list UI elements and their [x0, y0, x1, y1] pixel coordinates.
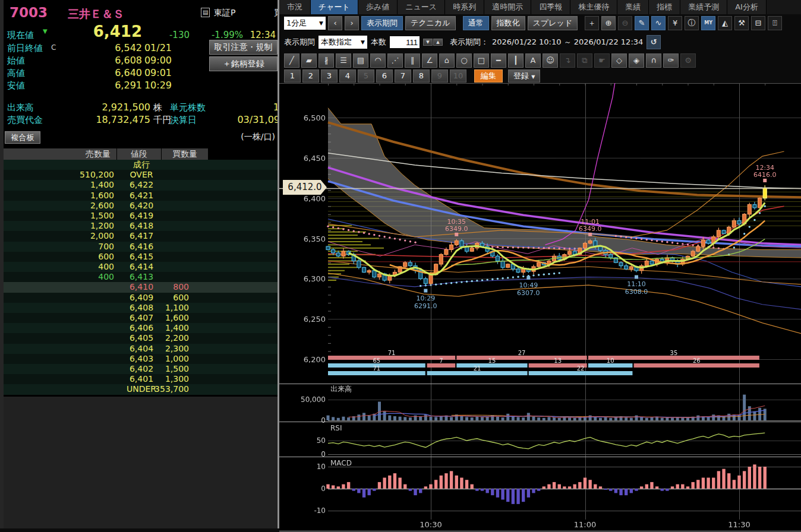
- order-book-row[interactable]: 1,6006,421: [4, 191, 277, 201]
- chart-panel: 市況チャート歩み値ニュース時系列適時開示四季報株主優待業績指標業績予測AI分析 …: [279, 0, 801, 532]
- crosshair-icon[interactable]: ＋: [585, 16, 599, 30]
- edit-button[interactable]: 編集: [474, 69, 503, 83]
- composite-board-button[interactable]: 複合板: [5, 131, 40, 144]
- tab-6[interactable]: 四季報: [531, 0, 570, 14]
- order-book-row[interactable]: 1,5006,419: [4, 211, 277, 221]
- order-book-row[interactable]: 6,4021,500: [4, 364, 277, 374]
- fan-lines-icon[interactable]: ⋰: [387, 53, 403, 68]
- tab-11[interactable]: AI分析: [727, 0, 767, 14]
- order-book-row[interactable]: 7006,416: [4, 242, 277, 252]
- rect-icon[interactable]: □: [474, 53, 489, 68]
- lock-pencil-icon[interactable]: ✑: [663, 53, 679, 68]
- trend-line-icon[interactable]: ╱: [284, 53, 299, 68]
- trade-caution-button[interactable]: 取引注意・規制: [209, 40, 277, 55]
- tab-4[interactable]: 時系列: [445, 0, 484, 14]
- order-book-row[interactable]: 6,409600: [4, 293, 277, 303]
- indexed-mode-button[interactable]: 指数化: [491, 16, 525, 30]
- count-up-button[interactable]: ▲: [433, 39, 443, 46]
- spread-mode-button[interactable]: スプレッド: [528, 16, 578, 30]
- h-lines-icon[interactable]: ☰: [336, 53, 351, 68]
- order-book-row[interactable]: 6,4061,400: [4, 323, 277, 333]
- draw-pencil-icon[interactable]: ✎: [635, 16, 649, 30]
- gann-angle-icon[interactable]: ∠: [422, 53, 437, 68]
- order-book-row[interactable]: 1,2006,418: [4, 221, 277, 231]
- display-period-button[interactable]: 表示期間: [361, 16, 403, 30]
- prev-button[interactable]: ‹: [328, 16, 342, 30]
- order-book-row[interactable]: 1,4006,422: [4, 180, 277, 190]
- h-line-icon[interactable]: ━: [491, 53, 506, 68]
- chart-set-3[interactable]: 3: [321, 69, 338, 83]
- v-lines-icon[interactable]: ∥: [405, 53, 420, 68]
- order-book-row[interactable]: 6,4011,300: [4, 374, 277, 384]
- my-indicator-icon[interactable]: MY: [701, 16, 715, 30]
- info-icon[interactable]: ⓘ: [685, 16, 699, 30]
- chart-set-1[interactable]: 1: [284, 69, 301, 83]
- tab-9[interactable]: 指標: [649, 0, 680, 14]
- order-book-row[interactable]: 6,4052,200: [4, 333, 277, 343]
- reset-period-icon[interactable]: ↺: [647, 35, 661, 49]
- order-book-row[interactable]: 6,4031,000: [4, 354, 277, 364]
- tab-7[interactable]: 株主優待: [570, 0, 617, 14]
- magnet-icon[interactable]: ∩: [646, 53, 661, 68]
- order-book-row[interactable]: 6006,415: [4, 252, 277, 262]
- eraser-text-icon[interactable]: ◈: [629, 53, 644, 68]
- chart-set-2[interactable]: 2: [302, 69, 319, 83]
- order-book[interactable]: 売数量値段買数量成行510,200OVER1,4006,4221,6006,42…: [4, 148, 277, 397]
- v-line-icon[interactable]: ┃: [508, 53, 524, 68]
- popout-icon[interactable]: ⍐: [768, 16, 782, 30]
- tab-3[interactable]: ニュース: [398, 0, 445, 14]
- eraser-icon[interactable]: ◇: [611, 53, 627, 68]
- chart-set-4[interactable]: 4: [339, 69, 356, 83]
- order-book-row[interactable]: 6,410800: [4, 282, 277, 292]
- order-book-row[interactable]: 2,6006,420: [4, 201, 277, 211]
- zoom-in-icon[interactable]: ⊕: [601, 16, 616, 30]
- sell-quantity: 1,500: [4, 211, 114, 221]
- stamp-icon[interactable]: ☺: [543, 53, 558, 68]
- tab-0[interactable]: 市況: [279, 0, 311, 14]
- tab-10[interactable]: 業績予測: [680, 0, 727, 14]
- register-button[interactable]: 登録 ▼: [508, 69, 540, 83]
- normal-mode-button[interactable]: 通常: [463, 16, 489, 30]
- thick-line-icon[interactable]: ▰: [301, 53, 317, 68]
- yen-icon[interactable]: ¥: [668, 16, 682, 30]
- tab-5[interactable]: 適時開示: [484, 0, 531, 14]
- count-down-button[interactable]: ▼: [423, 39, 433, 46]
- technical-button[interactable]: テクニカル: [405, 16, 456, 30]
- bar-count-input[interactable]: [390, 36, 420, 48]
- tab-1[interactable]: チャート: [311, 0, 358, 14]
- order-book-row[interactable]: UNDER353,700: [4, 384, 277, 394]
- order-book-row[interactable]: 6,4071,600: [4, 313, 277, 323]
- order-book-row[interactable]: 6,4042,300: [4, 344, 277, 354]
- order-book-row[interactable]: 4006,413: [4, 272, 277, 282]
- chart-set-10[interactable]: 10: [450, 69, 466, 83]
- tab-2[interactable]: 歩み値: [358, 0, 398, 14]
- order-book-row[interactable]: 510,200OVER: [4, 170, 277, 180]
- interval-select[interactable]: 1分足▼: [284, 17, 326, 30]
- order-book-row[interactable]: 6,4081,100: [4, 303, 277, 313]
- price-level: 成行: [120, 160, 163, 170]
- chart-set-9[interactable]: 9: [431, 69, 448, 83]
- chart-set-8[interactable]: 8: [413, 69, 430, 83]
- tab-8[interactable]: 業績: [617, 0, 649, 14]
- register-stock-button[interactable]: ＋銘柄登録: [209, 56, 277, 71]
- text-icon[interactable]: A: [525, 53, 541, 68]
- period-mode-select[interactable]: 本数指定▼: [318, 36, 367, 49]
- price-chart-canvas[interactable]: [279, 83, 801, 532]
- wrench-icon[interactable]: ⚒: [734, 16, 749, 30]
- mountain-icon[interactable]: ◭: [718, 16, 732, 30]
- h-lines-dense-icon[interactable]: ▤: [353, 53, 368, 68]
- chart-icon-strip: ＋⊕⊖✎∿¥ⓘMY◭⚒⊟⍐: [585, 16, 782, 30]
- order-book-row[interactable]: 2,0006,417: [4, 231, 277, 241]
- next-button[interactable]: ›: [345, 16, 359, 30]
- order-book-row[interactable]: 成行: [4, 160, 277, 170]
- circle-icon[interactable]: ○: [456, 53, 472, 68]
- arc-icon[interactable]: ◠: [370, 53, 386, 68]
- chart-set-5[interactable]: 5: [358, 69, 374, 83]
- order-book-row[interactable]: 4006,414: [4, 262, 277, 272]
- chart-set-6[interactable]: 6: [376, 69, 393, 83]
- parallel-lines-icon[interactable]: ∦: [318, 53, 334, 68]
- chart-set-7[interactable]: 7: [395, 69, 411, 83]
- chart-style-icon[interactable]: ∿: [651, 16, 666, 30]
- pentagon-icon[interactable]: ⌂: [439, 53, 455, 68]
- print-icon[interactable]: ⊟: [751, 16, 765, 30]
